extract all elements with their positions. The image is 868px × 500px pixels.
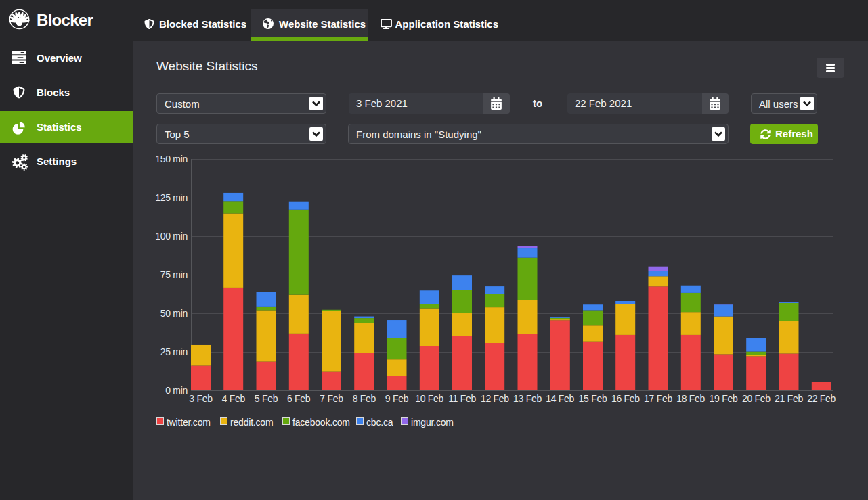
svg-text:14 Feb: 14 Feb	[546, 393, 574, 404]
svg-text:22 Feb: 22 Feb	[807, 393, 836, 404]
svg-text:12 Feb: 12 Feb	[481, 393, 509, 404]
svg-text:4 Feb: 4 Feb	[222, 393, 246, 404]
svg-text:6 Feb: 6 Feb	[287, 393, 311, 404]
svg-text:5 Feb: 5 Feb	[255, 393, 278, 404]
svg-text:25 min: 25 min	[160, 346, 188, 357]
svg-text:150 min: 150 min	[155, 154, 188, 164]
svg-text:9 Feb: 9 Feb	[385, 393, 409, 404]
svg-text:21 Feb: 21 Feb	[775, 393, 803, 404]
svg-text:13 Feb: 13 Feb	[513, 393, 542, 404]
svg-text:8 Feb: 8 Feb	[353, 393, 376, 404]
svg-text:19 Feb: 19 Feb	[710, 393, 738, 404]
svg-text:17 Feb: 17 Feb	[644, 393, 672, 404]
svg-text:50 min: 50 min	[160, 308, 188, 319]
svg-text:0 min: 0 min	[165, 385, 188, 396]
svg-text:16 Feb: 16 Feb	[611, 393, 640, 404]
svg-text:125 min: 125 min	[155, 192, 188, 203]
svg-text:100 min: 100 min	[155, 231, 188, 242]
svg-text:15 Feb: 15 Feb	[579, 393, 607, 404]
svg-text:18 Feb: 18 Feb	[676, 393, 705, 404]
svg-text:11 Feb: 11 Feb	[448, 393, 476, 404]
svg-text:7 Feb: 7 Feb	[320, 393, 343, 404]
svg-text:10 Feb: 10 Feb	[415, 393, 443, 404]
svg-text:3 Feb: 3 Feb	[189, 393, 213, 404]
svg-text:75 min: 75 min	[160, 269, 188, 280]
svg-text:20 Feb: 20 Feb	[742, 393, 771, 404]
